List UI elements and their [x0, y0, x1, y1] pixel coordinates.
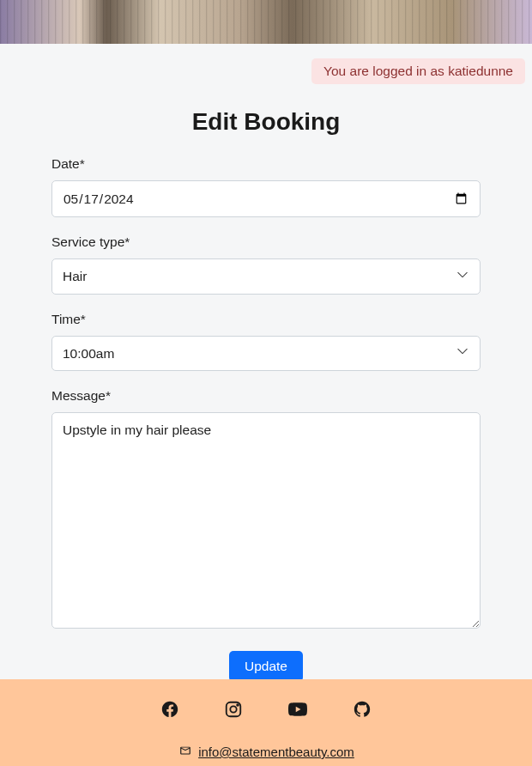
- instagram-link[interactable]: [224, 700, 243, 722]
- github-link[interactable]: [353, 700, 372, 722]
- edit-booking-form: Date* Service type* Hair Time* 10:00am: [51, 156, 481, 682]
- footer: info@statementbeauty.com: [0, 679, 532, 766]
- date-input[interactable]: [51, 180, 481, 217]
- facebook-icon: [160, 700, 179, 722]
- youtube-icon: [287, 700, 308, 722]
- instagram-icon: [224, 700, 243, 722]
- envelope-icon: [178, 745, 193, 759]
- youtube-link[interactable]: [287, 700, 308, 722]
- page-title: Edit Booking: [51, 108, 481, 136]
- date-label: Date*: [51, 156, 481, 172]
- update-button[interactable]: Update: [229, 651, 303, 682]
- time-select[interactable]: 10:00am: [51, 336, 481, 371]
- service-type-select[interactable]: Hair: [51, 258, 481, 294]
- svg-point-2: [237, 704, 239, 706]
- svg-point-1: [230, 706, 236, 712]
- facebook-link[interactable]: [160, 700, 179, 722]
- login-status-badge: You are logged in as katiedunne: [311, 58, 525, 84]
- footer-email-link[interactable]: info@statementbeauty.com: [198, 745, 354, 759]
- github-icon: [353, 700, 372, 722]
- time-label: Time*: [51, 312, 481, 327]
- message-label: Message*: [51, 388, 481, 404]
- hero-image: [0, 0, 532, 44]
- message-textarea[interactable]: [51, 412, 481, 629]
- service-type-label: Service type*: [51, 234, 481, 250]
